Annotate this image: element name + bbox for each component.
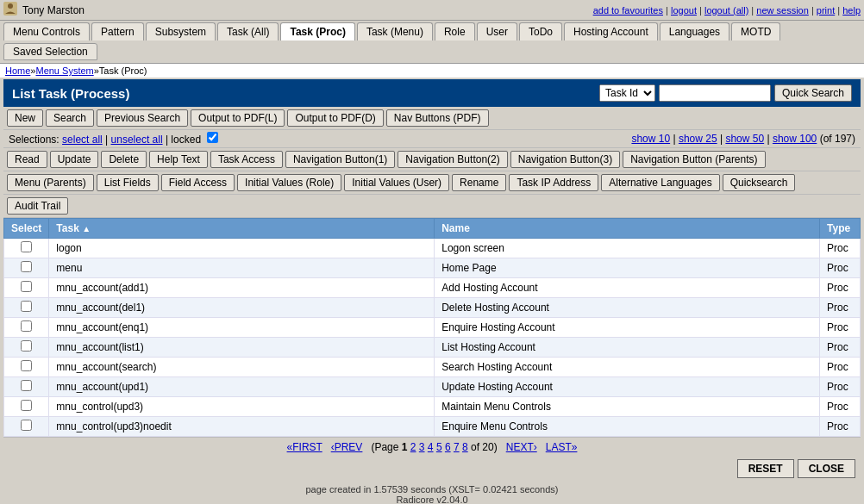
read-button[interactable]: Read	[7, 151, 47, 168]
list-header-right: Task Id Name Type Quick Search	[599, 84, 852, 102]
row-name: Logon screen	[435, 239, 820, 258]
tab-task-menu[interactable]: Task (Menu)	[357, 22, 433, 40]
search-field-dropdown[interactable]: Task Id Name Type	[599, 84, 655, 102]
page-5-link[interactable]: 5	[436, 441, 442, 453]
row-checkbox[interactable]	[21, 320, 32, 332]
task-ip-address-button[interactable]: Task IP Address	[509, 174, 598, 191]
show-10-link[interactable]: show 10	[631, 133, 670, 145]
tab-task-proc[interactable]: Task (Proc)	[280, 22, 354, 40]
page-6-link[interactable]: 6	[445, 441, 451, 453]
prev-page-link[interactable]: ‹PREV	[331, 441, 363, 453]
page-8-link[interactable]: 8	[462, 441, 468, 453]
show-50-link[interactable]: show 50	[725, 133, 764, 145]
selections-right: show 10 | show 25 | show 50 | show 100 (…	[631, 133, 855, 145]
row-checkbox[interactable]	[21, 301, 32, 312]
close-button[interactable]: CLOSE	[798, 459, 855, 478]
task-sort-link[interactable]: Task	[56, 222, 78, 234]
logout-link[interactable]: logout	[671, 5, 697, 16]
output-pdf-l-button[interactable]: Output to PDF(L)	[191, 109, 285, 127]
show-25-link[interactable]: show 25	[679, 133, 717, 145]
tab-role[interactable]: Role	[435, 22, 475, 40]
type-sort-link[interactable]: Type	[827, 222, 850, 234]
quicksearch-button[interactable]: Quicksearch	[723, 174, 796, 191]
help-link[interactable]: help	[842, 5, 861, 16]
previous-search-button[interactable]: Previous Search	[97, 109, 188, 127]
locked-checkbox[interactable]	[207, 132, 218, 143]
update-button[interactable]: Update	[50, 151, 99, 168]
nav-button-1[interactable]: Navigation Button(1)	[285, 151, 395, 168]
row-name: Maintain Menu Controls	[435, 397, 820, 417]
row-checkbox[interactable]	[21, 420, 32, 431]
breadcrumb-home[interactable]: Home	[5, 65, 30, 76]
saved-selection-tab[interactable]: Saved Selection	[3, 43, 97, 60]
next-page-link[interactable]: NEXT›	[506, 441, 537, 453]
nav-buttons-pdf-button[interactable]: Nav Buttons (PDF)	[386, 109, 489, 127]
tab-languages[interactable]: Languages	[660, 22, 729, 40]
select-all-link[interactable]: select all	[62, 134, 103, 146]
top-bar: Tony Marston add to favourites | logout …	[0, 0, 864, 21]
menu-parents-button[interactable]: Menu (Parents)	[7, 174, 94, 191]
row-select-cell	[4, 417, 49, 437]
reset-button[interactable]: RESET	[737, 459, 794, 478]
row-checkbox[interactable]	[21, 400, 32, 411]
toolbar-row-4: Audit Trail	[3, 195, 861, 218]
page-4-link[interactable]: 4	[428, 441, 434, 453]
last-page-link[interactable]: LAST»	[546, 441, 578, 453]
user-name: Tony Marston	[22, 4, 85, 16]
list-fields-button[interactable]: List Fields	[97, 174, 159, 191]
tab-menu-controls[interactable]: Menu Controls	[3, 22, 90, 40]
nav-button-parents[interactable]: Navigation Button (Parents)	[623, 151, 765, 168]
show-100-link[interactable]: show 100	[773, 133, 817, 145]
search-button[interactable]: Search	[46, 109, 94, 127]
search-input[interactable]	[659, 84, 771, 102]
tab-user[interactable]: User	[477, 22, 517, 40]
nav-button-3[interactable]: Navigation Button(3)	[510, 151, 620, 168]
svg-point-1	[8, 3, 13, 9]
delete-button[interactable]: Delete	[101, 151, 147, 168]
table-body: logon Logon screen Proc menu Home Page P…	[4, 239, 861, 437]
add-to-favourites-link[interactable]: add to favourites	[593, 5, 663, 16]
tab-todo[interactable]: ToDo	[519, 22, 562, 40]
row-name: Delete Hosting Account	[435, 298, 820, 318]
first-page-link[interactable]: «FIRST	[287, 441, 322, 453]
new-button[interactable]: New	[7, 109, 43, 127]
row-checkbox[interactable]	[21, 241, 32, 252]
selections-label: Selections:	[9, 134, 62, 146]
logout-all-link[interactable]: logout (all)	[704, 5, 748, 16]
help-text-button[interactable]: Help Text	[149, 151, 208, 168]
task-access-button[interactable]: Task Access	[210, 151, 283, 168]
alternative-languages-button[interactable]: Alternative Languages	[601, 174, 719, 191]
breadcrumb-menu-system[interactable]: Menu System	[35, 65, 93, 76]
table-row: menu Home Page Proc	[4, 258, 861, 278]
field-access-button[interactable]: Field Access	[161, 174, 235, 191]
name-sort-link[interactable]: Name	[441, 222, 470, 234]
new-session-link[interactable]: new session	[756, 5, 809, 16]
row-checkbox[interactable]	[21, 360, 32, 371]
unselect-all-link[interactable]: unselect all	[111, 134, 163, 146]
quick-search-button[interactable]: Quick Search	[774, 84, 852, 102]
row-checkbox[interactable]	[21, 380, 32, 391]
top-bar-right: add to favourites | logout | logout (all…	[593, 5, 861, 16]
table-row: mnu_account(enq1) Enquire Hosting Accoun…	[4, 318, 861, 338]
list-header: List Task (Process) Task Id Name Type Qu…	[3, 79, 861, 107]
tab-subsystem[interactable]: Subsystem	[146, 22, 216, 40]
row-checkbox[interactable]	[21, 281, 32, 292]
initial-values-role-button[interactable]: Initial Values (Role)	[237, 174, 341, 191]
page-7-link[interactable]: 7	[454, 441, 460, 453]
tab-hosting-account[interactable]: Hosting Account	[564, 22, 658, 40]
page-3-link[interactable]: 3	[419, 441, 425, 453]
output-pdf-d-button[interactable]: Output to PDF(D)	[287, 109, 383, 127]
row-checkbox[interactable]	[21, 261, 32, 272]
tab-pattern[interactable]: Pattern	[91, 22, 144, 40]
tab-motd[interactable]: MOTD	[731, 22, 780, 40]
tab-task-all[interactable]: Task (All)	[217, 22, 279, 40]
nav-button-2[interactable]: Navigation Button(2)	[398, 151, 507, 168]
rename-button[interactable]: Rename	[452, 174, 506, 191]
print-link[interactable]: print	[817, 5, 835, 16]
page-2-link[interactable]: 2	[410, 441, 416, 453]
initial-values-user-button[interactable]: Initial Values (User)	[344, 174, 449, 191]
row-type: Proc	[820, 298, 861, 318]
row-checkbox[interactable]	[21, 340, 32, 352]
row-select-cell	[4, 258, 49, 278]
audit-trail-button[interactable]: Audit Trail	[7, 197, 68, 215]
